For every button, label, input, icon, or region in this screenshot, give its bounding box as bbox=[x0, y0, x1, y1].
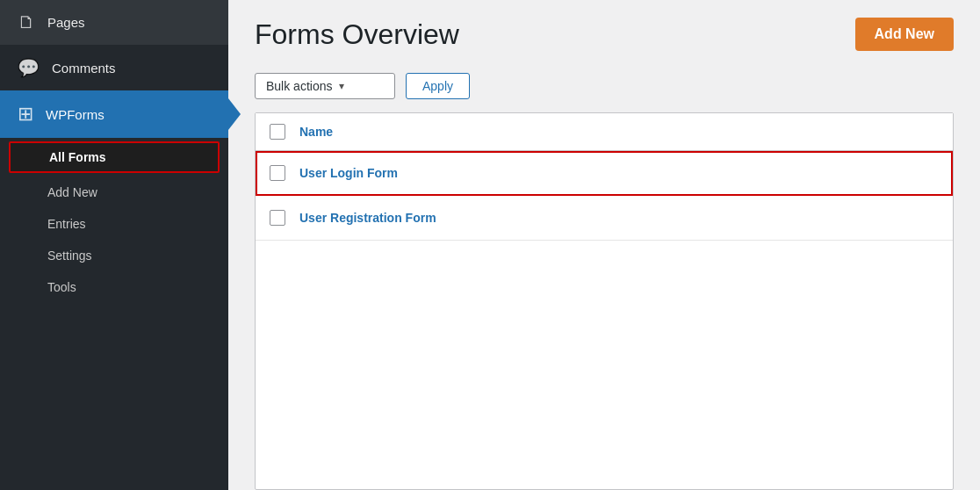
sidebar-submenu: All Forms Add New Entries Settings Tools bbox=[0, 138, 228, 303]
sidebar: 🗋 Pages 💬 Comments ⊞ WPForms All Forms A… bbox=[0, 0, 228, 490]
submenu-item-entries[interactable]: Entries bbox=[0, 208, 228, 240]
bulk-actions-dropdown[interactable]: Bulk actions ▾ bbox=[255, 73, 395, 99]
table-row: User Login Form bbox=[256, 151, 953, 196]
submenu-item-add-new[interactable]: Add New bbox=[0, 177, 228, 208]
sidebar-item-pages[interactable]: 🗋 Pages bbox=[0, 0, 228, 45]
sidebar-item-label: Comments bbox=[52, 61, 116, 76]
submenu-item-settings[interactable]: Settings bbox=[0, 240, 228, 271]
row-checkbox-user-registration[interactable] bbox=[270, 210, 285, 226]
select-all-checkbox[interactable] bbox=[270, 124, 285, 140]
row-checkbox-user-login[interactable] bbox=[270, 165, 285, 181]
apply-button[interactable]: Apply bbox=[406, 73, 470, 99]
form-name-user-registration[interactable]: User Registration Form bbox=[299, 211, 436, 225]
pages-icon: 🗋 bbox=[18, 12, 35, 32]
table-header-row: Name bbox=[256, 113, 953, 151]
bulk-actions-label: Bulk actions bbox=[266, 79, 332, 93]
table-row: User Registration Form bbox=[256, 196, 953, 241]
toolbar: Bulk actions ▾ Apply bbox=[228, 64, 980, 112]
form-name-user-login[interactable]: User Login Form bbox=[299, 166, 398, 180]
comments-icon: 💬 bbox=[18, 57, 40, 78]
sidebar-item-label: Pages bbox=[47, 15, 85, 30]
page-title: Forms Overview bbox=[255, 18, 459, 51]
col-name-header[interactable]: Name bbox=[299, 125, 333, 139]
chevron-down-icon: ▾ bbox=[339, 80, 344, 92]
sidebar-item-comments[interactable]: 💬 Comments bbox=[0, 45, 228, 90]
main-header: Forms Overview Add New bbox=[228, 0, 980, 64]
wpforms-icon: ⊞ bbox=[18, 103, 33, 126]
sidebar-item-label: WPForms bbox=[46, 107, 104, 122]
submenu-item-all-forms[interactable]: All Forms bbox=[9, 141, 220, 173]
sidebar-item-wpforms[interactable]: ⊞ WPForms bbox=[0, 90, 228, 138]
submenu-item-tools[interactable]: Tools bbox=[0, 271, 228, 303]
add-new-button[interactable]: Add New bbox=[855, 18, 954, 51]
main-content: Forms Overview Add New Bulk actions ▾ Ap… bbox=[228, 0, 980, 490]
forms-table: Name User Login Form User Registration F… bbox=[255, 112, 954, 490]
